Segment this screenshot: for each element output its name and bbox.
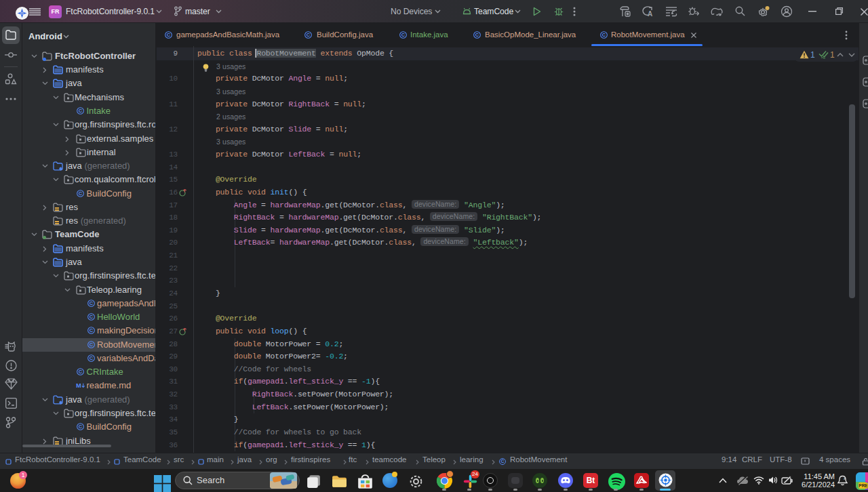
svg-text:A: A	[648, 10, 652, 18]
svg-text:z: z	[844, 476, 846, 480]
